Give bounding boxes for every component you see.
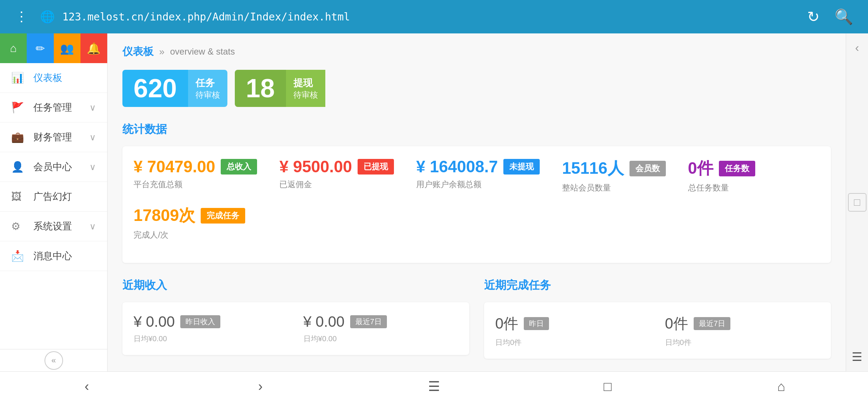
tasks-7days-sub: 日均0件 [665, 338, 820, 348]
right-collapse-arrow[interactable]: ‹ [855, 41, 859, 55]
finance-arrow-icon: ∨ [89, 132, 96, 143]
settings-arrow-icon: ∨ [89, 221, 96, 232]
sidebar-users-btn[interactable]: 👥 [54, 33, 80, 63]
menu-button[interactable]: ☰ [419, 372, 449, 401]
collapse-icon: « [45, 351, 63, 370]
total-income-value: ¥ 70479.00 [134, 157, 215, 176]
recent-income-row: ¥ 0.00 昨日收入 日均¥0.00 ¥ 0.00 最近7日 日均¥0.00 [134, 313, 458, 344]
search-icon[interactable]: 🔍 [835, 8, 853, 26]
sidebar-edit-btn[interactable]: ✏ [27, 33, 53, 63]
sidebar-item-tasks[interactable]: 🚩 任务管理 ∨ [0, 93, 107, 123]
breadcrumb-separator: » [159, 46, 164, 58]
home-button[interactable]: ⌂ [766, 372, 796, 401]
right-menu-icon[interactable]: ☰ [852, 350, 862, 364]
sidebar-label-ads: 广告幻灯 [33, 190, 96, 203]
settings-icon: ⚙ [11, 220, 26, 232]
withdraw-pending-number: 18 [235, 70, 286, 107]
income-7days-badge: 最近7日 [350, 315, 387, 328]
globe-icon: 🌐 [40, 10, 55, 24]
sidebar-label-members: 会员中心 [33, 160, 89, 173]
back-button[interactable]: ‹ [72, 372, 102, 401]
recent-tasks-row: 0件 昨日 日均0件 0件 最近7日 日均0件 [495, 313, 820, 348]
square-inner-icon: □ [854, 196, 860, 208]
income-yesterday-sub: 日均¥0.00 [134, 334, 289, 344]
sidebar-item-messages[interactable]: 📩 消息中心 [0, 241, 107, 271]
recent-tasks-yesterday: 0件 昨日 日均0件 [495, 313, 650, 348]
tasks-yesterday-sub: 日均0件 [495, 338, 650, 348]
refresh-icon[interactable]: ↻ [807, 8, 820, 25]
sidebar-label-finance: 财务管理 [33, 131, 89, 144]
stats-data-section: ¥ 70479.00 总收入 平台充值总额 ¥ 9500.00 已提现 已返佣金 [122, 146, 831, 263]
dashboard-icon: 📊 [11, 72, 26, 84]
breadcrumb-sub: overview & stats [170, 46, 235, 57]
recent-tasks-7days: 0件 最近7日 日均0件 [665, 313, 820, 348]
bottom-nav: ‹ › ☰ □ ⌂ [0, 371, 868, 401]
stats-item-completed-tasks: 17809次 完成任务 完成人/次 [134, 205, 245, 241]
total-income-label: 平台充值总额 [134, 179, 257, 190]
sidebar: ⌂ ✏ 👥 🔔 📊 仪表板 🚩 任务管理 ∨ 💼 财务管理 ∨ 👤 [0, 33, 108, 371]
recent-tasks-section: 0件 昨日 日均0件 0件 最近7日 日均0件 [484, 302, 831, 359]
stat-card-tasks[interactable]: 620 任务 待审核 [122, 70, 227, 107]
right-square-icon: □ [848, 193, 867, 212]
sidebar-item-settings[interactable]: ⚙ 系统设置 ∨ [0, 212, 107, 241]
withdraw-pending-info: 提现 待审核 [286, 70, 325, 107]
content-area: 仪表板 » overview & stats 620 任务 待审核 18 提现 … [108, 33, 846, 371]
task-pending-sub: 待审核 [195, 89, 220, 101]
sidebar-item-ads[interactable]: 🖼 广告幻灯 [0, 182, 107, 212]
sidebar-home-btn[interactable]: ⌂ [0, 33, 27, 63]
task-pending-number: 620 [122, 70, 188, 107]
browser-chrome: ⋮ 🌐 123.melost.cn/index.php/Admin/Index/… [0, 0, 868, 33]
stats-item-pending-withdraw: ¥ 164008.7 未提现 用户账户余额总额 [416, 157, 540, 193]
completed-tasks-badge: 完成任务 [201, 208, 245, 224]
pending-withdraw-badge: 未提现 [503, 159, 540, 175]
recent-income-7days: ¥ 0.00 最近7日 日均¥0.00 [303, 313, 458, 344]
stats-grid: ¥ 70479.00 总收入 平台充值总额 ¥ 9500.00 已提现 已返佣金 [134, 157, 820, 252]
messages-icon: 📩 [11, 250, 26, 262]
task-count-label: 总任务数量 [688, 182, 781, 193]
task-pending-title: 任务 [195, 76, 220, 89]
sidebar-label-dashboard: 仪表板 [33, 71, 96, 84]
withdraw-pending-title: 提现 [293, 76, 318, 89]
recent-tasks-col: 近期完成任务 0件 昨日 日均0件 0件 [484, 278, 831, 359]
completed-tasks-label: 完成人/次 [134, 229, 245, 241]
two-col-section: 近期收入 ¥ 0.00 昨日收入 日均¥0.00 ¥ 0.00 [122, 278, 831, 359]
members-icon: 👤 [11, 161, 26, 173]
income-yesterday-value: ¥ 0.00 [134, 313, 175, 330]
member-count-value: 15116人 [562, 157, 624, 179]
task-count-value: 0件 [688, 157, 713, 179]
square-button[interactable]: □ [593, 372, 622, 401]
stat-card-withdraw[interactable]: 18 提现 待审核 [235, 70, 331, 107]
ads-icon: 🖼 [11, 190, 26, 203]
browser-menu-dots[interactable]: ⋮ [15, 9, 29, 25]
sidebar-label-tasks: 任务管理 [33, 101, 89, 114]
tasks-7days-badge: 最近7日 [694, 317, 730, 330]
sidebar-label-settings: 系统设置 [33, 220, 89, 233]
recent-income-title: 近期收入 [122, 278, 469, 293]
member-count-label: 整站会员数量 [562, 182, 665, 193]
section-stats-title: 统计数据 [122, 122, 831, 137]
completed-tasks-value: 17809次 [134, 205, 195, 226]
recent-income-section: ¥ 0.00 昨日收入 日均¥0.00 ¥ 0.00 最近7日 日均¥0.00 [122, 302, 469, 355]
sidebar-collapse-btn[interactable]: « [0, 349, 107, 371]
stats-item-withdrawn: ¥ 9500.00 已提现 已返佣金 [279, 157, 394, 193]
sidebar-item-members[interactable]: 👤 会员中心 ∨ [0, 152, 107, 182]
sidebar-item-finance[interactable]: 💼 财务管理 ∨ [0, 123, 107, 152]
withdrawn-badge: 已提现 [358, 159, 394, 175]
withdraw-pending-sub: 待审核 [293, 89, 318, 101]
task-count-badge: 任务数 [719, 161, 755, 176]
finance-icon: 💼 [11, 131, 26, 143]
sidebar-label-messages: 消息中心 [33, 250, 96, 263]
income-7days-sub: 日均¥0.00 [303, 334, 458, 344]
member-count-badge: 会员数 [629, 161, 666, 176]
tasks-icon: 🚩 [11, 101, 26, 114]
task-pending-info: 任务 待审核 [188, 70, 227, 107]
forward-button[interactable]: › [246, 372, 275, 401]
tasks-7days-value: 0件 [665, 313, 688, 334]
pending-withdraw-value: ¥ 164008.7 [416, 157, 498, 176]
url-bar[interactable]: 123.melost.cn/index.php/Admin/Index/inde… [62, 11, 807, 23]
total-income-badge: 总收入 [221, 159, 257, 175]
sidebar-item-dashboard[interactable]: 📊 仪表板 [0, 63, 107, 93]
income-yesterday-badge: 昨日收入 [180, 315, 220, 328]
sidebar-bell-btn[interactable]: 🔔 [80, 33, 107, 63]
recent-tasks-title: 近期完成任务 [484, 278, 831, 293]
